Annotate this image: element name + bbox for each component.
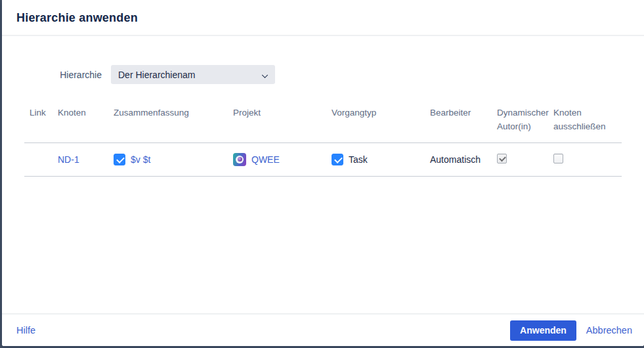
assignee-value: Automatisch (430, 154, 481, 165)
cell-vorgangtyp: Task (326, 142, 425, 176)
table-row: ND-1 $v $t QWEE (24, 142, 622, 176)
cell-bearbeiter: Automatisch (425, 142, 492, 176)
column-header-knoten-ausschliessen: Knoten ausschließen (548, 106, 622, 142)
column-header-knoten: Knoten (53, 106, 108, 142)
column-header-link: Link (24, 106, 53, 142)
issue-type-label: Task (349, 154, 368, 165)
cell-zusammenfassung: $v $t (108, 142, 228, 176)
project-avatar-icon (233, 153, 246, 166)
cell-knoten: ND-1 (53, 142, 108, 176)
node-key-link[interactable]: ND-1 (58, 154, 79, 165)
column-header-zusammenfassung: Zusammenfassung (108, 106, 228, 142)
project-link[interactable]: QWEE (251, 154, 280, 165)
apply-hierarchy-dialog: Hierarchie anwenden Hierarchie Der Hiera… (2, 0, 644, 346)
help-link[interactable]: Hilfe (16, 325, 35, 336)
column-header-vorgangtyp: Vorgangtyp (326, 106, 425, 142)
exclude-node-checkbox[interactable] (553, 154, 563, 163)
cancel-button[interactable]: Abbrechen (585, 325, 633, 336)
hierarchy-label: Hierarchie (2, 70, 111, 80)
summary-checkbox[interactable] (114, 154, 125, 165)
cell-dynamischer-autor (492, 142, 548, 176)
dialog-header: Hierarchie anwenden (2, 0, 644, 36)
column-header-bearbeiter: Bearbeiter (425, 106, 492, 142)
dialog-title: Hierarchie anwenden (16, 11, 630, 25)
apply-button[interactable]: Anwenden (510, 320, 576, 341)
hierarchy-nodes-table: Link Knoten Zusammenfassung Projekt Vorg… (24, 106, 622, 177)
dynamic-author-checkbox (497, 154, 507, 163)
cell-projekt: QWEE (228, 142, 326, 176)
hierarchy-form-row: Hierarchie Der Hierarchienam (2, 65, 644, 84)
hierarchy-select[interactable]: Der Hierarchienam (111, 65, 275, 84)
column-header-projekt: Projekt (228, 106, 326, 142)
table-header-row: Link Knoten Zusammenfassung Projekt Vorg… (24, 106, 622, 142)
hierarchy-select-value: Der Hierarchienam (118, 70, 257, 80)
chevron-down-icon (262, 72, 268, 77)
issue-type-checkbox[interactable] (332, 154, 343, 165)
dialog-footer: Hilfe Anwenden Abbrechen (2, 313, 644, 346)
column-header-dynamischer-autor: Dynamischer Autor(in) (492, 106, 548, 142)
cell-link (24, 142, 53, 176)
summary-template-link[interactable]: $v $t (131, 154, 150, 165)
cell-knoten-ausschliessen (548, 142, 622, 176)
